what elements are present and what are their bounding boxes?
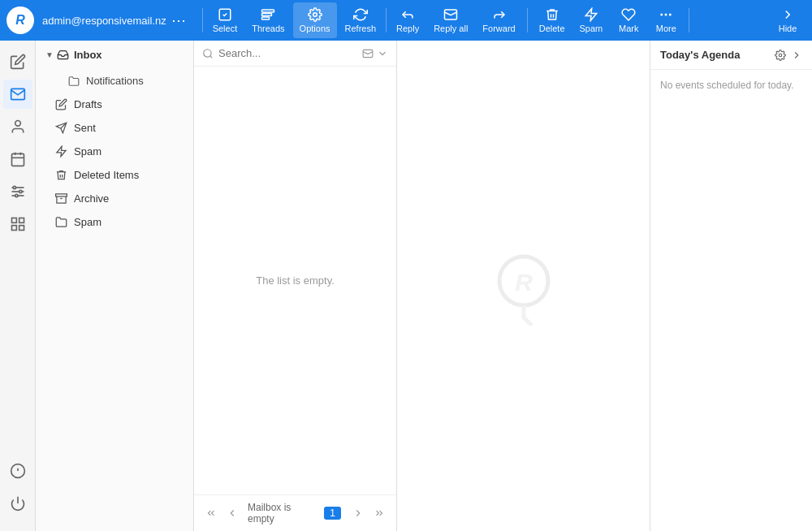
agenda-title: Today's Agenda	[660, 49, 740, 61]
svg-point-39	[779, 54, 782, 57]
dropdown-icon-btn[interactable]	[377, 48, 388, 59]
toolbar-group-right: Reply Reply all Forward Delete Spam Mark	[390, 2, 693, 38]
inbox-arrow: ▼	[45, 50, 54, 59]
refresh-button[interactable]: Refresh	[339, 2, 383, 38]
sidebar-icon-calendar[interactable]	[3, 145, 32, 174]
sidebar-icon-contacts[interactable]	[3, 112, 32, 141]
select-button[interactable]: Select	[206, 2, 244, 38]
svg-point-4	[313, 13, 317, 17]
folder-label-deleted: Deleted Items	[74, 169, 139, 181]
hide-button[interactable]: Hide	[770, 2, 806, 38]
agenda-header-icons	[775, 50, 802, 61]
mailbox-status: Mailbox is empty	[248, 502, 319, 525]
logo-letter: R	[15, 13, 25, 28]
sidebar-icon-info[interactable]	[3, 456, 32, 486]
reply-button[interactable]: Reply	[390, 2, 425, 38]
folder-item-spam[interactable]: Spam	[36, 140, 193, 163]
search-input[interactable]	[218, 47, 357, 59]
icon-sidebar	[0, 41, 36, 531]
folder-item-spam2[interactable]: Spam	[36, 210, 193, 234]
sidebar-icon-compose[interactable]	[3, 47, 32, 76]
search-bar	[194, 41, 396, 67]
prev-page-button[interactable]	[223, 506, 241, 520]
folder-item-deleted[interactable]: Deleted Items	[36, 163, 193, 187]
agenda-header: Today's Agenda	[650, 41, 812, 70]
folder-label-drafts: Drafts	[74, 98, 102, 110]
inbox-folder-header[interactable]: ▼ Inbox	[36, 41, 193, 69]
folder-label-sent: Sent	[74, 122, 96, 134]
folder-label-notifications: Notifications	[86, 75, 144, 87]
svg-point-10	[15, 121, 20, 127]
sidebar-icon-mail[interactable]	[3, 80, 32, 109]
folder-label-archive: Archive	[74, 192, 109, 205]
agenda-close-button[interactable]	[791, 50, 802, 61]
agenda-empty-message: No events scheduled for today.	[660, 80, 794, 91]
toolbar-separator-3	[527, 8, 528, 32]
icon-sidebar-top	[3, 47, 32, 453]
spam-button[interactable]: Spam	[573, 2, 610, 38]
email-list-footer: Mailbox is empty 1	[194, 494, 396, 531]
svg-rect-22	[19, 218, 24, 223]
toolbar-separator-4	[689, 8, 689, 32]
inbox-label: Inbox	[74, 49, 102, 61]
email-list-empty: The list is empty.	[256, 274, 335, 287]
svg-rect-11	[11, 153, 24, 166]
page-number: 1	[324, 507, 341, 520]
svg-text:R: R	[515, 269, 533, 296]
search-icon	[202, 48, 214, 59]
svg-point-7	[661, 14, 663, 15]
svg-rect-1	[262, 10, 274, 12]
svg-rect-3	[262, 17, 270, 19]
folder-item-drafts[interactable]: Drafts	[36, 93, 193, 116]
delete-button[interactable]: Delete	[533, 2, 572, 38]
svg-line-35	[210, 55, 213, 58]
svg-rect-21	[11, 218, 16, 223]
more-button[interactable]: More	[648, 2, 684, 38]
threads-button[interactable]: Threads	[245, 2, 291, 38]
email-list-body: The list is empty.	[194, 67, 396, 494]
last-page-button[interactable]	[370, 506, 388, 520]
sidebar-icon-power[interactable]	[3, 489, 32, 518]
svg-rect-23	[11, 226, 16, 231]
folder-label-spam2: Spam	[74, 216, 102, 228]
next-page-button[interactable]	[349, 506, 367, 520]
search-icons	[362, 48, 388, 59]
first-page-button[interactable]	[202, 506, 220, 520]
svg-marker-31	[57, 146, 66, 157]
svg-point-19	[19, 190, 21, 192]
folder-item-sent[interactable]: Sent	[36, 116, 193, 140]
sidebar-icon-settings[interactable]	[3, 177, 32, 206]
forward-button[interactable]: Forward	[476, 2, 521, 38]
folder-label-spam: Spam	[74, 145, 102, 158]
icon-sidebar-bottom	[3, 456, 32, 525]
mark-button[interactable]: Mark	[611, 2, 646, 38]
folder-item-notifications[interactable]: Notifications	[36, 69, 193, 93]
toolbar: R admin@responsivemail.nz ⋯ Select Threa…	[0, 0, 812, 41]
sidebar-icon-apps[interactable]	[3, 209, 32, 239]
main-layout: ▼ Inbox Notifications Drafts Sent Spam D…	[0, 41, 812, 531]
svg-point-18	[13, 186, 15, 188]
compose-icon-btn[interactable]	[362, 48, 374, 59]
user-menu-button[interactable]: ⋯	[171, 11, 186, 29]
agenda-panel: Today's Agenda No events scheduled for t…	[650, 41, 812, 531]
svg-rect-32	[56, 194, 67, 196]
agenda-body: No events scheduled for today.	[650, 70, 812, 101]
svg-point-20	[15, 194, 17, 196]
svg-marker-6	[585, 9, 597, 21]
options-button[interactable]: Options	[293, 2, 337, 38]
toolbar-separator-1	[202, 8, 203, 32]
svg-point-8	[666, 14, 667, 15]
svg-rect-24	[19, 226, 24, 231]
email-list-panel: The list is empty. Mailbox is empty 1	[194, 41, 397, 531]
preview-logo: R	[483, 244, 564, 328]
user-email: admin@responsivemail.nz	[42, 15, 166, 27]
svg-point-9	[670, 14, 672, 15]
svg-rect-2	[262, 14, 272, 16]
folder-item-archive[interactable]: Archive	[36, 187, 193, 210]
email-preview-panel: R	[397, 41, 650, 531]
agenda-settings-button[interactable]	[775, 50, 786, 61]
reply-all-button[interactable]: Reply all	[427, 2, 474, 38]
toolbar-group-left: Select Threads Options Refresh	[206, 2, 382, 38]
app-logo[interactable]: R	[6, 6, 34, 34]
folder-sidebar: ▼ Inbox Notifications Drafts Sent Spam D…	[36, 41, 194, 531]
